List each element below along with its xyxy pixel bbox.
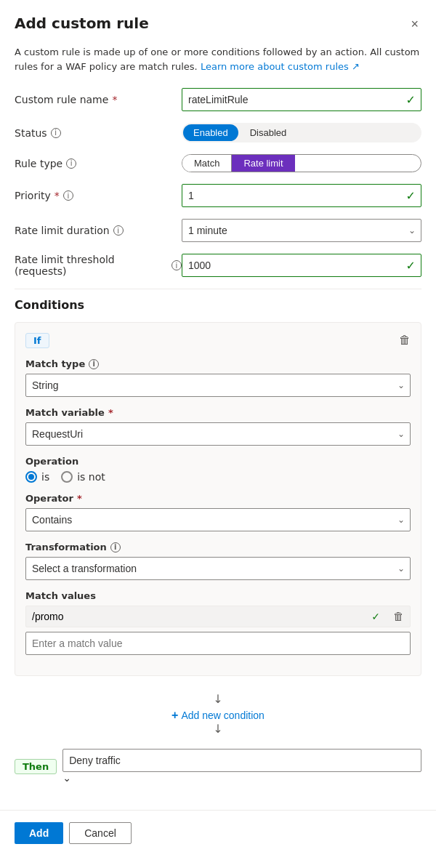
learn-more-link[interactable]: Learn more about custom rules ↗ — [201, 61, 360, 72]
if-badge: If — [25, 333, 49, 348]
rule-name-wrapper: ✓ — [182, 88, 421, 111]
match-type-group: Match type i String ⌄ — [25, 358, 411, 397]
conditions-divider — [15, 289, 421, 289]
rate-limit-threshold-check-icon: ✓ — [406, 259, 416, 273]
operation-is-radio[interactable] — [25, 471, 37, 483]
match-variable-label: Match variable * — [25, 407, 411, 418]
then-action-select-wrapper: Deny traffic ⌄ — [62, 749, 421, 784]
transformation-label: Transformation i — [25, 542, 411, 552]
match-values-label: Match values — [25, 590, 411, 601]
footer: Add Cancel — [0, 810, 436, 856]
rate-limit-duration-select-wrapper: 1 minute ⌄ — [182, 219, 421, 242]
match-variable-group: Match variable * RequestUri ⌄ — [25, 407, 411, 446]
rule-type-rate-limit-button[interactable]: Rate limit — [232, 155, 294, 172]
transformation-select[interactable]: Select a transformation — [25, 557, 411, 580]
conditions-section-title: Conditions — [15, 298, 421, 312]
then-action-chevron-icon: ⌄ — [62, 772, 71, 784]
add-condition-arrow-icon: ↓ — [15, 692, 421, 706]
add-condition-plus-icon: + — [171, 709, 178, 722]
rate-limit-duration-info-icon[interactable]: i — [113, 225, 124, 236]
rule-type-info-icon[interactable]: i — [66, 158, 76, 169]
rule-name-label: Custom rule name * — [15, 94, 182, 105]
delete-condition-icon[interactable]: 🗑 — [399, 333, 411, 347]
match-value-row: ✓ 🗑 — [25, 606, 411, 627]
rate-limit-duration-select[interactable]: 1 minute — [182, 219, 421, 242]
match-type-info-icon[interactable]: i — [89, 359, 99, 369]
match-value-input-1[interactable] — [26, 606, 364, 627]
cancel-button[interactable]: Cancel — [69, 822, 132, 844]
rule-type-label: Rule type i — [15, 158, 182, 169]
status-enabled-button[interactable]: Enabled — [183, 124, 238, 141]
operation-label: Operation — [25, 456, 411, 467]
rate-limit-threshold-label: Rate limit threshold (requests) i — [15, 254, 182, 277]
rule-name-input[interactable] — [182, 88, 421, 111]
match-type-select-wrapper: String ⌄ — [25, 374, 411, 397]
then-row: Then Deny traffic ⌄ — [15, 749, 421, 784]
transformation-info-icon[interactable]: i — [110, 542, 121, 552]
add-condition-button[interactable]: + Add new condition — [171, 709, 265, 722]
rule-type-match-button[interactable]: Match — [182, 155, 232, 172]
operator-label: Operator * — [25, 493, 411, 504]
priority-input[interactable] — [182, 184, 421, 207]
operation-radio-group: is is not — [25, 471, 411, 483]
operator-select-wrapper: Contains ⌄ — [25, 508, 411, 531]
match-variable-select[interactable]: RequestUri — [25, 422, 411, 446]
match-variable-required: * — [108, 407, 113, 418]
panel-title: Add custom rule — [15, 15, 149, 32]
rule-type-group: Match Rate limit — [182, 154, 421, 172]
operator-group: Operator * Contains ⌄ — [25, 493, 411, 531]
match-value-new-input[interactable] — [25, 632, 411, 655]
status-info-icon[interactable]: i — [51, 128, 61, 138]
add-condition-area: ↓ + Add new condition ↓ — [15, 685, 421, 746]
priority-required-indicator: * — [54, 190, 60, 201]
priority-check-icon: ✓ — [406, 189, 416, 203]
operation-group: Operation is is not — [25, 456, 411, 483]
operator-select[interactable]: Contains — [25, 508, 411, 531]
description-text: A custom rule is made up of one or more … — [15, 45, 421, 73]
priority-label: Priority * i — [15, 190, 182, 201]
status-toggle-group: Enabled Disabled — [182, 123, 421, 142]
priority-wrapper: ✓ — [182, 184, 421, 207]
match-value-check-icon: ✓ — [368, 611, 383, 622]
rate-limit-threshold-info-icon[interactable]: i — [171, 260, 182, 270]
below-add-condition-arrow-icon: ↓ — [15, 722, 421, 736]
match-value-delete-icon[interactable]: 🗑 — [387, 610, 410, 623]
status-disabled-button[interactable]: Disabled — [240, 124, 297, 141]
rate-limit-threshold-input[interactable] — [182, 254, 421, 277]
transformation-group: Transformation i Select a transformation… — [25, 542, 411, 580]
add-button[interactable]: Add — [15, 822, 63, 844]
then-badge: Then — [15, 759, 57, 774]
match-type-label: Match type i — [25, 358, 411, 369]
rate-limit-duration-label: Rate limit duration i — [15, 225, 182, 236]
valid-check-icon: ✓ — [406, 93, 416, 107]
operation-is-not-radio[interactable] — [61, 471, 73, 483]
priority-info-icon[interactable]: i — [63, 190, 73, 201]
condition-card: If 🗑 Match type i String ⌄ Match variabl… — [15, 322, 421, 676]
match-values-group: Match values ✓ 🗑 — [25, 590, 411, 655]
operation-is-not-option[interactable]: is not — [61, 471, 105, 483]
close-button[interactable]: × — [408, 15, 421, 33]
operator-required: * — [77, 493, 82, 504]
then-action-select[interactable]: Deny traffic — [62, 749, 421, 772]
rate-limit-threshold-wrapper: ✓ — [182, 254, 421, 277]
match-variable-select-wrapper: RequestUri ⌄ — [25, 422, 411, 446]
operation-is-option[interactable]: is — [25, 471, 49, 483]
required-indicator: * — [112, 94, 117, 105]
transformation-select-wrapper: Select a transformation ⌄ — [25, 557, 411, 580]
match-value-new-row — [25, 632, 411, 655]
match-type-select[interactable]: String — [25, 374, 411, 397]
status-label: Status i — [15, 127, 182, 139]
